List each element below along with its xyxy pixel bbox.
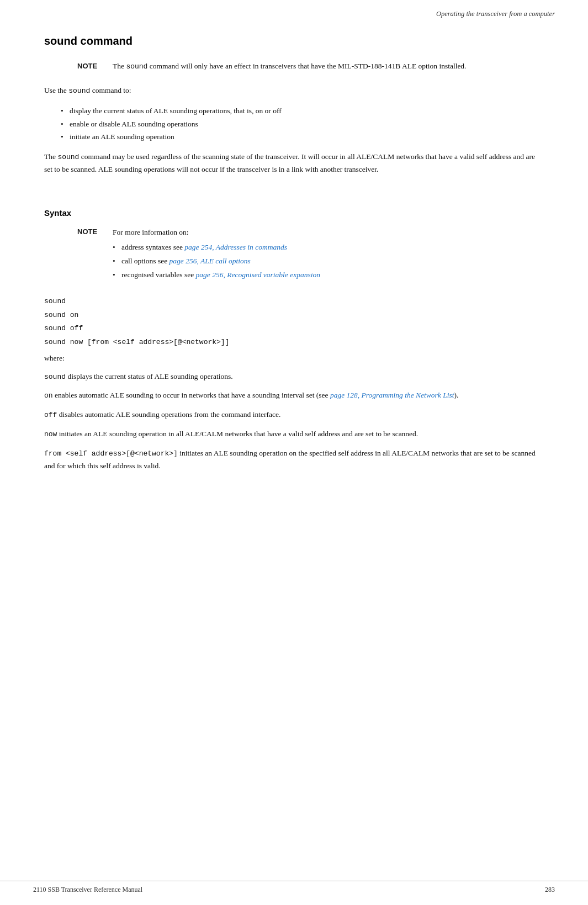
body1-code: sound	[68, 87, 90, 95]
body-text-2: The sound command may be used regardless…	[44, 151, 544, 175]
note1-code: sound	[126, 62, 147, 71]
page-content: sound command NOTE The sound command wil…	[0, 24, 588, 511]
def-text-off: disables automatic ALE sounding operatio…	[57, 410, 280, 419]
note2-link-1[interactable]: page 254, Addresses in commands	[184, 243, 287, 251]
code-block: sound sound on sound off sound now [from…	[44, 295, 544, 350]
def-text-on-suffix: ).	[454, 391, 458, 399]
note2-bullet3-prefix: recognised variables see	[121, 271, 196, 279]
def-code-sound: sound	[44, 373, 66, 381]
body2-prefix: The	[44, 152, 57, 161]
header-text: Operating the transceiver from a compute…	[436, 10, 555, 18]
def-text-sound: displays the current status of ALE sound…	[66, 372, 233, 380]
note2-link-3[interactable]: page 256, Recognised variable expansion	[196, 271, 320, 279]
note2-link-2[interactable]: page 256, ALE call options	[169, 257, 251, 265]
note-label-1: NOTE	[77, 61, 99, 70]
body1-prefix: Use the	[44, 86, 68, 94]
note1-prefix: The	[113, 62, 126, 70]
note2-intro: For more information on:	[113, 226, 320, 239]
def-code-now: now	[44, 430, 57, 438]
definition-from: from <self address>[@<network>] initiate…	[44, 447, 544, 472]
definition-on: on enables automatic ALE sounding to occ…	[44, 389, 544, 402]
def-text-on: enables automatic ALE sounding to occur …	[53, 391, 330, 399]
list-item: address syntaxes see page 254, Addresses…	[113, 241, 320, 254]
syntax-heading: Syntax	[44, 208, 544, 218]
definition-sound: sound displays the current status of ALE…	[44, 371, 544, 383]
definition-now: now initiates an ALE sounding operation …	[44, 428, 544, 441]
list-item: call options see page 256, ALE call opti…	[113, 255, 320, 268]
code-line-2: sound on	[44, 309, 544, 322]
footer-right: 283	[545, 886, 555, 894]
list-item: initiate an ALE sounding operation	[61, 131, 544, 143]
code-line-3: sound off	[44, 322, 544, 336]
note2-bullet-list: address syntaxes see page 254, Addresses…	[113, 241, 320, 282]
body2-code: sound	[57, 153, 79, 161]
note2-bullet2-prefix: call options see	[121, 257, 169, 265]
list-item: recognised variables see page 256, Recog…	[113, 269, 320, 282]
body2-suffix: command may be used regardless of the sc…	[44, 152, 535, 173]
page-title: sound command	[44, 35, 544, 47]
list-item: display the current status of ALE soundi…	[61, 105, 544, 117]
definition-off: off disables automatic ALE sounding oper…	[44, 409, 544, 421]
page-header: Operating the transceiver from a compute…	[0, 0, 588, 24]
def-code-off: off	[44, 411, 57, 419]
note-box-2: NOTE For more information on: address sy…	[77, 226, 544, 283]
def-text-now: initiates an ALE sounding operation in a…	[57, 430, 418, 438]
code-line-1: sound	[44, 295, 544, 309]
def-code-on: on	[44, 391, 53, 400]
footer-left: 2110 SSB Transceiver Reference Manual	[33, 886, 142, 894]
where-label: where:	[44, 354, 544, 363]
def-code-from: from <self address>[@<network>]	[44, 449, 178, 458]
list-item: enable or disable ALE sounding operation…	[61, 118, 544, 130]
note1-suffix: command will only have an effect in tran…	[147, 62, 466, 70]
code-line-4: sound now [from <self address>[@<network…	[44, 336, 544, 350]
note-text-1: The sound command will only have an effe…	[113, 61, 467, 72]
body-text-1: Use the sound command to:	[44, 84, 544, 97]
body1-suffix: command to:	[90, 86, 131, 94]
note-label-2: NOTE	[77, 226, 99, 236]
note-text-2: For more information on: address syntaxe…	[113, 226, 320, 283]
note2-bullet1-prefix: address syntaxes see	[121, 243, 184, 251]
page-footer: 2110 SSB Transceiver Reference Manual 28…	[0, 881, 588, 894]
bullet-list-1: display the current status of ALE soundi…	[61, 105, 544, 143]
def-link-on[interactable]: page 128, Programming the Network List	[330, 391, 454, 399]
note-box-1: NOTE The sound command will only have an…	[77, 61, 544, 72]
